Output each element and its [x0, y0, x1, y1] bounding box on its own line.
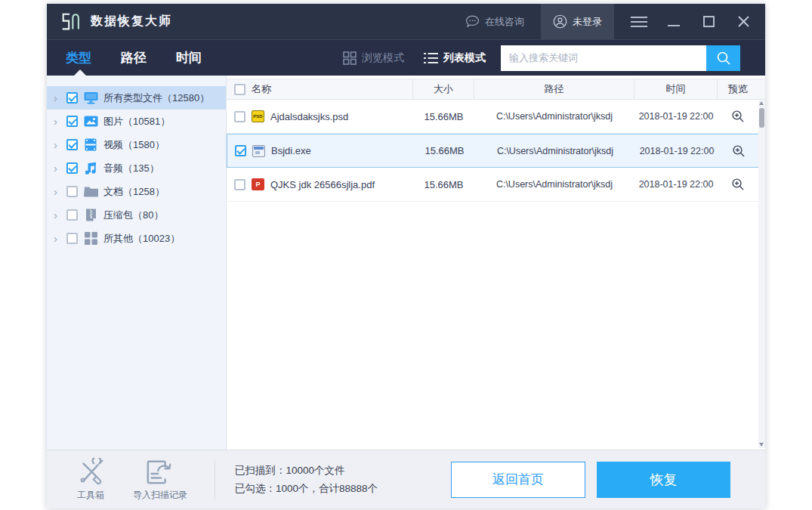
- search-button[interactable]: [706, 45, 740, 71]
- archive-icon: [83, 209, 98, 222]
- app-title: 数据恢复大师: [91, 14, 172, 29]
- sidebar-item-label: 压缩包（80）: [103, 209, 163, 222]
- chevron-right-icon[interactable]: ›: [54, 209, 64, 221]
- sidebar-item-label: 所其他（10023）: [103, 232, 180, 246]
- sidebar-item-archives[interactable]: › 压缩包（80）: [47, 203, 226, 227]
- table-row[interactable]: P QJKS jdk 26566sjlja.pdf 15.66MB C:\Use…: [227, 168, 765, 202]
- file-path: C:\Users\Administrator\jksdj: [475, 146, 635, 156]
- file-time: 2018-01-19 22:00: [635, 146, 718, 156]
- file-size: 15.66MB: [414, 145, 475, 156]
- checkbox[interactable]: [66, 139, 78, 150]
- scroll-down-arrow-icon[interactable]: [759, 443, 764, 447]
- sidebar-item-audio[interactable]: › 音频（135）: [47, 156, 226, 180]
- table-row[interactable]: PSD Ajdalsdaksjks.psd 15.66MB C:\Users\A…: [227, 100, 765, 134]
- hamburger-icon: [631, 17, 647, 27]
- footer-bar: 工具箱 导入扫描记录 已扫描到：10000个文件 已勾选：1000个，合计888…: [47, 450, 765, 508]
- header-time: 时间: [634, 79, 718, 99]
- checkbox[interactable]: [66, 116, 78, 127]
- sidebar-item-videos[interactable]: › 视频（1580）: [47, 133, 226, 156]
- scroll-up-arrow-icon[interactable]: [759, 101, 764, 105]
- file-size: 15.66MB: [413, 111, 474, 122]
- maximize-button[interactable]: [699, 13, 718, 31]
- search-box: [501, 45, 740, 71]
- active-tab-caret: [74, 70, 86, 76]
- sidebar-item-label: 图片（10581）: [103, 115, 170, 128]
- sidebar-item-label: 所有类型文件（12580）: [103, 91, 209, 105]
- scrollbar-thumb[interactable]: [759, 108, 764, 128]
- chevron-right-icon[interactable]: ›: [54, 233, 64, 244]
- checkbox[interactable]: [66, 209, 78, 221]
- tab-time[interactable]: 时间: [176, 49, 202, 66]
- zoom-in-icon[interactable]: [731, 110, 745, 123]
- browse-mode-button[interactable]: 浏览模式: [343, 51, 404, 65]
- checkbox[interactable]: [66, 186, 78, 197]
- close-icon: [738, 16, 749, 27]
- header-name-label: 名称: [252, 82, 271, 96]
- grid-icon: [83, 232, 98, 246]
- sidebar-item-label: 视频（1580）: [103, 138, 165, 152]
- import-scan-label: 导入扫描记录: [133, 489, 187, 502]
- chevron-right-icon[interactable]: ›: [54, 116, 64, 127]
- search-icon: [716, 51, 731, 66]
- login-status-label: 未登录: [573, 15, 602, 29]
- minimize-button[interactable]: [665, 13, 683, 31]
- login-button[interactable]: 未登录: [541, 4, 614, 39]
- checkbox[interactable]: [66, 233, 78, 244]
- title-bar: 数据恢复大师 在线咨询 未登录: [47, 4, 765, 39]
- row-checkbox[interactable]: [235, 145, 246, 156]
- exe-file-icon: [252, 145, 265, 157]
- chevron-right-icon[interactable]: ›: [54, 92, 64, 104]
- sidebar-item-images[interactable]: › 图片（10581）: [47, 110, 226, 133]
- app-window: 数据恢复大师 在线咨询 未登录: [47, 4, 765, 508]
- search-input[interactable]: [501, 45, 706, 71]
- back-home-button[interactable]: 返回首页: [451, 462, 585, 498]
- sidebar-item-documents[interactable]: › 文档（1258）: [47, 180, 226, 203]
- list-mode-button[interactable]: 列表模式: [424, 51, 486, 65]
- file-time: 2018-01-19 22:00: [634, 111, 718, 122]
- sidebar-item-all-files[interactable]: › 所有类型文件（12580）: [47, 86, 226, 110]
- toolbox-icon: [74, 458, 107, 487]
- close-button[interactable]: [734, 13, 752, 31]
- tab-type[interactable]: 类型: [66, 49, 91, 66]
- header-name: 名称: [227, 79, 413, 99]
- checkbox[interactable]: [66, 92, 78, 104]
- online-service-label: 在线咨询: [485, 15, 524, 29]
- row-checkbox[interactable]: [234, 111, 245, 122]
- row-checkbox[interactable]: [234, 179, 245, 190]
- list-view-icon: [424, 52, 438, 64]
- select-all-checkbox[interactable]: [234, 84, 245, 95]
- sidebar-item-others[interactable]: › 所其他（10023）: [47, 227, 226, 250]
- zoom-in-icon[interactable]: [731, 178, 745, 191]
- header-path: 路径: [474, 79, 634, 99]
- tab-path[interactable]: 路径: [121, 49, 147, 66]
- chevron-right-icon[interactable]: ›: [54, 162, 64, 174]
- music-icon: [83, 162, 98, 175]
- file-name: QJKS jdk 26566sjlja.pdf: [270, 179, 375, 190]
- browse-mode-label: 浏览模式: [362, 51, 404, 65]
- pdf-file-icon: P: [252, 178, 264, 190]
- toolbox-button[interactable]: 工具箱: [74, 458, 107, 502]
- sidebar-item-label: 文档（1258）: [103, 185, 165, 199]
- selected-count-text: 已勾选：1000个，合计88888个: [235, 480, 378, 498]
- toolbox-label: 工具箱: [77, 489, 104, 502]
- app-logo-icon: [60, 11, 82, 33]
- scan-stats: 已扫描到：10000个文件 已勾选：1000个，合计88888个: [235, 462, 378, 498]
- checkbox[interactable]: [66, 162, 78, 174]
- psd-file-icon: PSD: [252, 110, 264, 122]
- vertical-scrollbar[interactable]: [758, 100, 765, 448]
- header-size: 大小: [413, 79, 474, 99]
- file-type-sidebar: › 所有类型文件（12580） › 图片（10581） ›: [47, 76, 227, 450]
- zoom-in-icon[interactable]: [732, 144, 746, 158]
- table-header: 名称 大小 路径 时间 预览: [227, 79, 765, 100]
- menu-button[interactable]: [630, 13, 648, 31]
- import-scan-button[interactable]: 导入扫描记录: [133, 458, 187, 502]
- chat-bubble-icon: [465, 15, 480, 28]
- scanned-count-text: 已扫描到：10000个文件: [235, 462, 378, 480]
- chevron-right-icon[interactable]: ›: [54, 139, 64, 150]
- recover-button[interactable]: 恢复: [597, 462, 730, 498]
- table-row[interactable]: Bsjdi.exe 15.66MB C:\Users\Administrator…: [227, 134, 765, 168]
- file-path: C:\Users\Administrator\jksdj: [474, 179, 634, 190]
- chevron-right-icon[interactable]: ›: [54, 186, 64, 197]
- online-service-button[interactable]: 在线咨询: [465, 15, 524, 29]
- maximize-icon: [703, 16, 715, 27]
